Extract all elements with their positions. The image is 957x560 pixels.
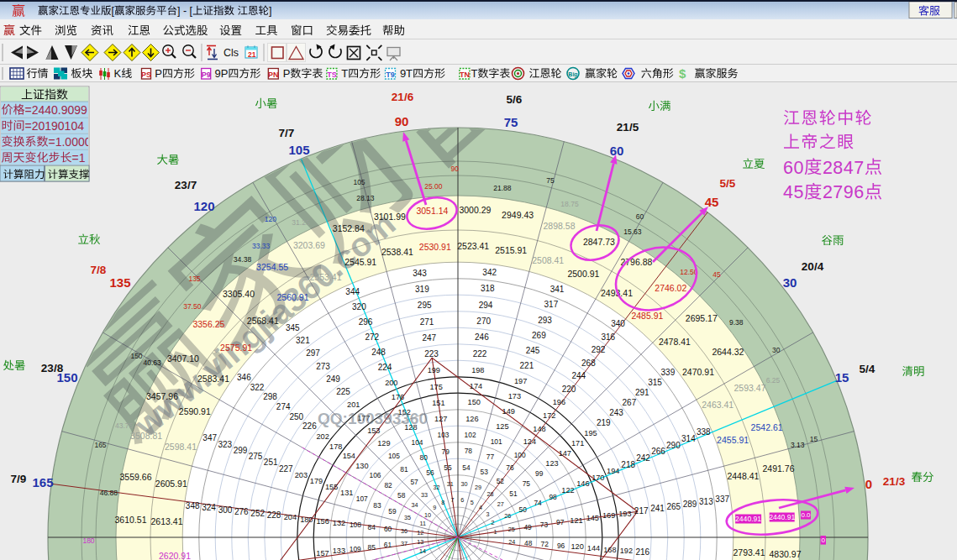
svg-text:315: 315 bbox=[648, 378, 662, 387]
svg-text:78: 78 bbox=[465, 447, 473, 455]
svg-text:289: 289 bbox=[683, 500, 697, 509]
svg-text:322: 322 bbox=[250, 383, 265, 392]
svg-text:345: 345 bbox=[286, 323, 300, 332]
svg-text:340: 340 bbox=[611, 319, 625, 328]
svg-text:250: 250 bbox=[289, 412, 303, 421]
svg-text:153: 153 bbox=[367, 427, 380, 435]
svg-text:85: 85 bbox=[368, 543, 376, 552]
svg-text:271: 271 bbox=[420, 317, 434, 327]
svg-text:11: 11 bbox=[419, 520, 425, 527]
svg-text:3: 3 bbox=[486, 510, 489, 518]
svg-text:45: 45 bbox=[705, 195, 719, 209]
svg-text:32: 32 bbox=[434, 484, 440, 491]
svg-text:3.13: 3.13 bbox=[791, 441, 805, 449]
svg-text:83: 83 bbox=[373, 501, 381, 510]
svg-text:3101.99: 3101.99 bbox=[374, 212, 406, 222]
svg-text:45: 45 bbox=[783, 182, 804, 202]
svg-text:243: 243 bbox=[609, 408, 623, 417]
svg-text:342: 342 bbox=[482, 268, 497, 277]
svg-text:51: 51 bbox=[509, 489, 518, 498]
svg-text:=2440.9099: =2440.9099 bbox=[25, 103, 88, 117]
svg-text:24: 24 bbox=[508, 538, 515, 546]
svg-text:217: 217 bbox=[634, 506, 649, 516]
svg-text:313: 313 bbox=[699, 497, 713, 506]
svg-text:196: 196 bbox=[553, 398, 565, 406]
svg-text:12: 12 bbox=[417, 529, 423, 536]
svg-text:3254.55: 3254.55 bbox=[256, 262, 288, 272]
svg-text:172: 172 bbox=[543, 411, 555, 420]
svg-text:242: 242 bbox=[636, 453, 650, 463]
svg-text:61: 61 bbox=[384, 541, 392, 549]
svg-text:102: 102 bbox=[465, 431, 476, 439]
svg-text:2575.91: 2575.91 bbox=[220, 343, 252, 353]
svg-text:75: 75 bbox=[546, 176, 555, 185]
svg-text:TS: TS bbox=[327, 71, 337, 79]
svg-text:0: 0 bbox=[865, 477, 872, 491]
svg-text:294: 294 bbox=[479, 301, 493, 310]
svg-text:314: 314 bbox=[681, 434, 696, 443]
svg-text:275: 275 bbox=[249, 452, 263, 461]
svg-text:8: 8 bbox=[441, 499, 444, 506]
svg-text:K: K bbox=[114, 67, 122, 80]
svg-text:56: 56 bbox=[426, 468, 434, 477]
svg-text:175: 175 bbox=[429, 383, 442, 391]
svg-text:5/5: 5/5 bbox=[720, 177, 736, 190]
svg-text:267: 267 bbox=[623, 398, 637, 407]
svg-text:2478.41: 2478.41 bbox=[659, 337, 691, 347]
svg-text:192: 192 bbox=[620, 547, 633, 555]
svg-text:T9: T9 bbox=[386, 71, 395, 79]
svg-text:2508.41: 2508.41 bbox=[532, 255, 564, 265]
svg-text:0: 0 bbox=[821, 536, 825, 544]
svg-text:120: 120 bbox=[265, 215, 276, 223]
svg-text:2847: 2847 bbox=[823, 158, 865, 178]
svg-text:30: 30 bbox=[783, 275, 797, 290]
svg-text:248: 248 bbox=[371, 348, 386, 357]
svg-text:75: 75 bbox=[523, 479, 531, 488]
svg-text:P: P bbox=[155, 67, 162, 80]
svg-text:222: 222 bbox=[473, 349, 487, 359]
svg-text:176: 176 bbox=[392, 393, 404, 401]
svg-text:9T: 9T bbox=[400, 67, 413, 80]
svg-text:100: 100 bbox=[514, 451, 526, 459]
svg-text:169: 169 bbox=[602, 511, 615, 520]
svg-text:37: 37 bbox=[401, 540, 408, 547]
svg-text:344: 344 bbox=[345, 287, 360, 296]
svg-text:201: 201 bbox=[347, 400, 360, 409]
svg-text:81: 81 bbox=[400, 465, 408, 474]
svg-text:33.33: 33.33 bbox=[252, 242, 271, 250]
svg-text:25: 25 bbox=[508, 526, 515, 533]
svg-text:7/9: 7/9 bbox=[11, 473, 27, 485]
svg-text:103: 103 bbox=[438, 431, 450, 439]
svg-text:21/6: 21/6 bbox=[392, 91, 414, 103]
svg-text:33: 33 bbox=[421, 491, 428, 499]
svg-text:4830.97: 4830.97 bbox=[770, 549, 802, 559]
svg-text:324: 324 bbox=[202, 503, 216, 512]
svg-text:13: 13 bbox=[417, 538, 423, 546]
svg-text:295: 295 bbox=[418, 301, 432, 310]
svg-text:2644.32: 2644.32 bbox=[712, 347, 744, 357]
svg-text:241: 241 bbox=[650, 504, 665, 513]
svg-text:246: 246 bbox=[475, 332, 489, 342]
svg-text:339: 339 bbox=[661, 368, 676, 377]
svg-text:60: 60 bbox=[636, 212, 644, 221]
svg-text:194: 194 bbox=[607, 467, 619, 475]
svg-text:297: 297 bbox=[306, 348, 320, 358]
svg-text:15.63: 15.63 bbox=[623, 228, 642, 236]
svg-text:146: 146 bbox=[576, 479, 589, 488]
svg-text:54: 54 bbox=[462, 463, 471, 472]
svg-text:298: 298 bbox=[263, 392, 277, 401]
svg-text:155: 155 bbox=[325, 483, 338, 491]
svg-text:269: 269 bbox=[532, 331, 546, 340]
svg-text:129: 129 bbox=[377, 439, 390, 447]
svg-text:2545.91: 2545.91 bbox=[344, 257, 376, 267]
svg-text:2590.91: 2590.91 bbox=[179, 406, 211, 416]
svg-text:2523.41: 2523.41 bbox=[457, 241, 489, 251]
svg-text:3203.69: 3203.69 bbox=[293, 240, 325, 250]
svg-text:150: 150 bbox=[468, 398, 481, 406]
svg-text:2560.91: 2560.91 bbox=[277, 292, 309, 302]
svg-text:37.50: 37.50 bbox=[183, 302, 202, 311]
svg-text:55: 55 bbox=[444, 463, 452, 472]
svg-text:79: 79 bbox=[442, 447, 450, 456]
svg-text:337: 337 bbox=[715, 495, 729, 504]
svg-text:203: 203 bbox=[295, 471, 308, 479]
